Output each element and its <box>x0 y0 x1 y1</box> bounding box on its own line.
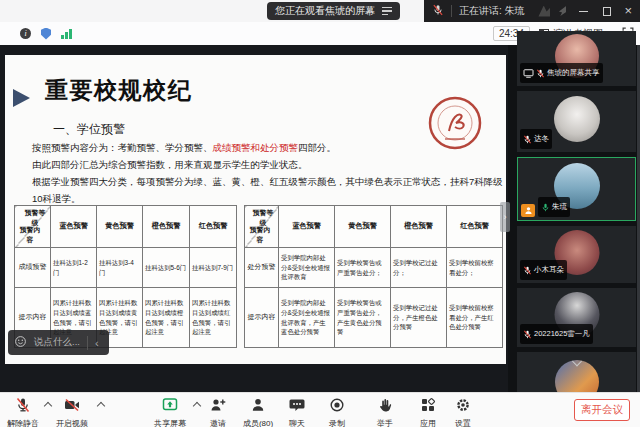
participant-name: 达冬 <box>534 134 549 144</box>
raise-hand-button[interactable]: 举手 <box>361 397 409 427</box>
participant-name: 焦琥的屏幕共享 <box>547 68 600 78</box>
participant-name: 小木耳朵 <box>534 265 564 275</box>
raise-hand-icon <box>377 397 393 417</box>
participant-tile-share[interactable]: 焦琥的屏幕共享 <box>517 31 636 86</box>
chat-input-placeholder[interactable]: 说点什么... <box>27 336 87 349</box>
mic-muted-icon <box>432 2 444 20</box>
minimize-button[interactable] <box>579 11 588 12</box>
participant-tile-active-speaker[interactable]: 朱琉 <box>517 157 636 221</box>
chat-quick-input[interactable]: 说点什么... ‹ <box>8 330 109 355</box>
watching-banner-text: 您正在观看焦琥的屏幕 <box>275 4 375 18</box>
settings-button[interactable]: 设置 <box>439 397 487 427</box>
participant-name: 20221625雷一凡 <box>534 329 590 339</box>
meeting-window: 您正在观看焦琥的屏幕 正在讲话: 朱琉 × i 24:34 <box>0 0 640 427</box>
security-shield-icon[interactable] <box>41 28 51 40</box>
close-button[interactable]: × <box>624 0 632 22</box>
switch-list-icon[interactable] <box>382 7 392 16</box>
screen-share-badge-icon <box>523 64 534 82</box>
record-button[interactable]: 录制 <box>313 397 361 427</box>
video-options-chevron[interactable] <box>97 402 105 410</box>
mic-muted-icon <box>536 64 545 82</box>
slide-section-heading: 一、学位预警 <box>53 121 125 138</box>
mic-muted-icon <box>523 325 532 343</box>
meeting-info-icon[interactable]: i <box>20 28 31 39</box>
camera-off-icon <box>64 397 80 417</box>
title-bar: 您正在观看焦琥的屏幕 正在讲话: 朱琉 × <box>0 0 640 22</box>
sidebar-collapse-handle[interactable]: › <box>500 202 510 232</box>
participant-name: 朱琉 <box>552 202 567 212</box>
invite-person-icon <box>210 397 226 417</box>
slide-paragraphs: 按照预警内容分为：考勤预警、学分预警、成绩预警和处分预警四部分。 由此四部分汇总… <box>32 139 500 207</box>
participant-tile[interactable]: 小木耳朵 <box>517 226 636 283</box>
participant-tile[interactable]: 20221625雷一凡 <box>517 288 636 347</box>
discipline-warning-table: 预警等级预警内容 蓝色预警 黄色预警 橙色预警 红色预警 处分预警 受到学院内部… <box>244 205 503 348</box>
members-icon <box>250 397 266 417</box>
chat-bubble-icon <box>289 397 305 417</box>
shared-screen-slide: 重要校规校纪 一、学位预警 按照预警内容分为：考勤预警、学分预警、成绩预警和处分… <box>5 55 506 364</box>
mic-muted-icon <box>523 261 532 279</box>
screen-share-icon <box>162 397 178 417</box>
divider <box>451 5 452 17</box>
avatar <box>554 96 600 142</box>
mic-active-icon <box>541 198 550 216</box>
title-bullet-triangle <box>13 89 30 107</box>
settings-gear-icon <box>455 397 471 417</box>
apps-grid-icon <box>420 397 436 417</box>
mic-muted-icon <box>523 130 532 148</box>
participant-tile[interactable]: 达冬 <box>517 91 636 152</box>
network-signal-icon <box>61 28 72 39</box>
unmute-button[interactable]: 解除静音 <box>0 397 47 427</box>
participant-tile-partial[interactable] <box>517 352 636 392</box>
share-screen-button[interactable]: 共享屏幕 <box>146 397 194 427</box>
maximize-button[interactable] <box>603 7 611 16</box>
bottom-toolbar: 解除静音 开启视频 共享屏幕 邀请 成员(80) <box>0 392 640 427</box>
slide-title: 重要校规校纪 <box>45 75 192 106</box>
start-video-button[interactable]: 开启视频 <box>48 397 96 427</box>
host-badge-icon <box>521 204 535 217</box>
decoration-arrow-icon <box>557 6 566 16</box>
mic-muted-icon <box>15 397 31 417</box>
collapse-chevron-icon[interactable]: ‹ <box>88 337 103 349</box>
speaking-label: 正在讲话: 朱琉 <box>459 4 525 18</box>
record-icon <box>329 397 345 417</box>
highlighted-text: 成绩预警和处分预警 <box>213 142 299 153</box>
leave-meeting-button[interactable]: 离开会议 <box>574 399 630 421</box>
emoji-smiley-icon[interactable] <box>14 334 27 352</box>
speaker-indicator-bar: 正在讲话: 朱琉 × <box>424 0 640 22</box>
watching-banner[interactable]: 您正在观看焦琥的屏幕 <box>267 2 400 20</box>
decoration-logo-icon <box>538 6 550 17</box>
grade-warning-table: 预警等级预警内容 蓝色预警 黄色预警 橙色预警 红色预警 成绩预警 挂科达到1-… <box>14 205 237 348</box>
